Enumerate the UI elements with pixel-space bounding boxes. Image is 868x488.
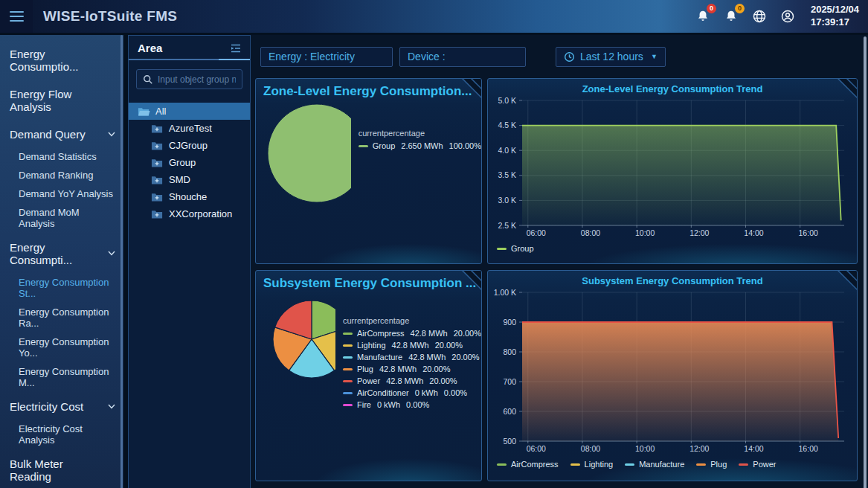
sidebar-item-label: Energy Consumption M...: [19, 366, 109, 388]
svg-text:2.5 K: 2.5 K: [498, 221, 516, 230]
sidebar-item-energy-consumption-ra[interactable]: Energy Consumption Ra...: [0, 303, 123, 333]
legend-series-name: Group: [373, 141, 396, 150]
notification-bell-button-2[interactable]: 0: [721, 7, 741, 26]
svg-text:16:00: 16:00: [799, 228, 818, 237]
legend-series-name: Manufacture: [357, 353, 402, 362]
zone-trend-card: Zone-Level Energy Consumption Trend 5.0 …: [487, 78, 858, 264]
sidebar-item-energy-flow-analysis[interactable]: Energy Flow Analysis: [0, 81, 123, 120]
datetime-display: 2025/12/04 17:39:17: [811, 4, 859, 29]
sidebar-item-energy-consumption-m[interactable]: Energy Consumption M...: [0, 362, 123, 392]
tree-item-cjgroup[interactable]: CJGroup: [129, 137, 250, 154]
legend-series-name: Lighting: [585, 460, 614, 469]
language-globe-button[interactable]: [750, 7, 769, 26]
svg-text:800: 800: [503, 347, 516, 356]
main-scrollbar[interactable]: [864, 36, 867, 488]
legend-series-name: Plug: [357, 365, 373, 373]
device-filter[interactable]: Device :: [399, 47, 526, 67]
legend-item-lighting[interactable]: Lighting: [570, 460, 614, 469]
legend-item-plug[interactable]: Plug42.8 MWh20.00%: [343, 365, 481, 373]
sidebar-item-demand-query[interactable]: Demand Query: [0, 121, 123, 147]
tree-item-azuretest[interactable]: AzureTest: [129, 120, 250, 137]
svg-text:08:00: 08:00: [581, 444, 600, 453]
legend-item-group[interactable]: Group2.650 MWh100.00%: [359, 141, 481, 150]
legend-item-aircompress[interactable]: AirCompress: [497, 460, 559, 469]
legend-series-value: 42.8 MWh: [411, 329, 448, 338]
date-text: 2025/12/04: [811, 4, 859, 16]
legend-marker: [343, 356, 353, 359]
sidebar-item-label: Energy Consumption St...: [19, 277, 109, 299]
sidebar-item-electricity-cost[interactable]: Electricity Cost: [0, 394, 123, 420]
sidebar-item-label: Bulk Meter Reading: [10, 458, 63, 483]
trend-legend: AirCompressLightingManufacturePlugPower: [488, 460, 857, 469]
legend-item-lighting[interactable]: Lighting42.8 MWh20.00%: [343, 341, 481, 350]
chevron-down-icon: [108, 251, 115, 256]
object-group-search[interactable]: [136, 69, 242, 89]
sidebar-item-electricity-cost-analysis[interactable]: Electricity Cost Analysis: [0, 420, 123, 449]
sidebar-item-energy-consumption-yo[interactable]: Energy Consumption Yo...: [0, 333, 123, 362]
legend-series-percent: 20.00%: [429, 376, 457, 385]
menu-button[interactable]: [0, 0, 33, 33]
legend-series-name: Power: [357, 376, 380, 385]
tree-item-smd[interactable]: SMD: [129, 171, 250, 188]
time-range-dropdown[interactable]: Last 12 hours ▼: [556, 47, 666, 67]
svg-text:600: 600: [503, 407, 516, 416]
legend-item-power[interactable]: Power: [739, 460, 776, 469]
svg-text:700: 700: [503, 377, 516, 386]
sidebar-item-energy-consumption-st[interactable]: Energy Consumption St...: [0, 273, 123, 303]
svg-text:12:00: 12:00: [689, 444, 709, 453]
legend-item-plug[interactable]: Plug: [696, 460, 727, 469]
sidebar-item-energy-consumpti[interactable]: Energy Consumpti...: [0, 234, 123, 273]
sidebar-item-bulk-meter-reading[interactable]: Bulk Meter Reading: [0, 451, 123, 488]
energy-filter[interactable]: Energy : Electricity: [260, 47, 393, 67]
tree-item-label: SMD: [169, 174, 190, 185]
legend-series-name: Power: [753, 460, 776, 469]
legend-item-manufacture[interactable]: Manufacture: [625, 460, 684, 469]
folder-plus-icon: [151, 209, 164, 219]
svg-text:4.0 K: 4.0 K: [498, 146, 516, 155]
account-icon: [779, 8, 796, 25]
subsystem-trend-chart: 1.00 K90080070060050006:0008:0010:0012:0…: [488, 286, 852, 456]
legend-marker: [343, 392, 353, 394]
card-corner-decoration: [458, 270, 482, 294]
sidebar-item-energy-consumptio[interactable]: Energy Consumptio...: [0, 41, 123, 80]
legend-series-name: Fire: [357, 400, 371, 409]
legend-item-manufacture[interactable]: Manufacture42.8 MWh20.00%: [343, 353, 481, 362]
notification-bell-button-1[interactable]: 0: [693, 7, 713, 26]
tree-item-label: CJGroup: [169, 140, 208, 151]
legend-series-name: AirCompress: [357, 329, 405, 338]
svg-text:1.00 K: 1.00 K: [494, 288, 516, 297]
legend-item-power[interactable]: Power42.8 MWh20.00%: [343, 376, 481, 385]
svg-text:4.5 K: 4.5 K: [498, 121, 516, 129]
folder-plus-icon: [151, 192, 164, 202]
zone-pie-chart: [261, 97, 351, 209]
tree-item-group[interactable]: Group: [129, 154, 250, 171]
sidebar-item-demand-yoy-analysis[interactable]: Demand YoY Analysis: [0, 184, 123, 203]
legend-marker: [497, 463, 507, 466]
legend-series-value: 0 kWh: [377, 400, 400, 409]
legend-item-group[interactable]: Group: [497, 244, 534, 253]
svg-text:12:00: 12:00: [689, 228, 709, 237]
sidebar-item-label: Demand MoM Analysis: [19, 207, 80, 229]
sidebar-item-demand-mom-analysis[interactable]: Demand MoM Analysis: [0, 203, 123, 233]
account-button[interactable]: [778, 7, 797, 26]
clock-icon: [564, 51, 575, 62]
collapse-panel-icon[interactable]: [229, 42, 242, 54]
sidebar-item-demand-statistics[interactable]: Demand Statistics: [0, 147, 123, 166]
zone-trend-chart: 5.0 K4.5 K4.0 K3.5 K3.0 K2.5 K06:0008:00…: [488, 94, 852, 240]
legend-item-airconditioner[interactable]: AirConditioner0 kWh0.00%: [343, 388, 481, 397]
svg-text:900: 900: [503, 318, 516, 327]
tree-item-all[interactable]: All: [129, 103, 250, 120]
svg-text:14:00: 14:00: [744, 444, 763, 453]
svg-text:16:00: 16:00: [799, 444, 818, 453]
tree-item-shouche[interactable]: Shouche: [129, 188, 250, 205]
legend-item-fire[interactable]: Fire0 kWh0.00%: [343, 400, 481, 409]
search-input[interactable]: [158, 74, 236, 85]
tree-item-xxcorporation[interactable]: XXCorporation: [129, 205, 250, 222]
zone-pie-card: Zone-Level Energy Consumption... current…: [255, 78, 482, 264]
folder-plus-icon: [151, 158, 164, 168]
legend-marker: [696, 463, 706, 466]
sidebar-item-label: Demand Statistics: [19, 151, 97, 162]
legend-item-aircompress[interactable]: AirCompress42.8 MWh20.00%: [343, 329, 481, 338]
sidebar-item-demand-ranking[interactable]: Demand Ranking: [0, 166, 123, 184]
sidebar-item-label: Electricity Cost: [10, 400, 83, 413]
